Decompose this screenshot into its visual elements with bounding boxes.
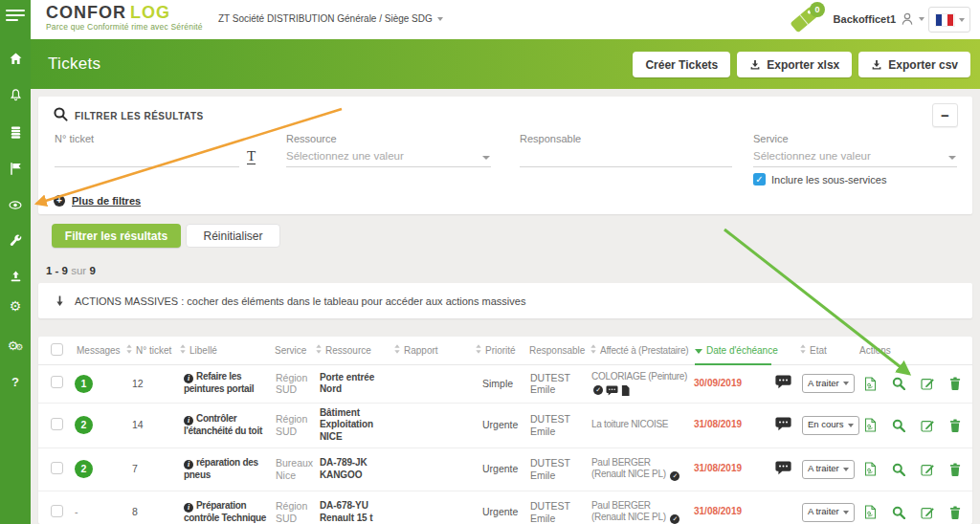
edit-icon[interactable] (921, 463, 934, 476)
export-xlsx-button[interactable]: Exporter xlsx (737, 52, 852, 77)
etat-dropdown[interactable]: A traiter (802, 503, 855, 522)
pdf-icon[interactable] (864, 377, 877, 391)
view-icon[interactable] (892, 506, 905, 519)
row-checkbox[interactable] (51, 505, 63, 517)
more-filters-link[interactable]: + Plus de filtres (54, 195, 141, 207)
col-header-etat[interactable]: Etat (796, 337, 856, 364)
pdf-icon[interactable] (864, 418, 877, 432)
logo-tagline: Parce que Conformité rime avec Sérénité (46, 22, 203, 32)
col-header-responsable: Responsable (524, 337, 588, 364)
database-icon[interactable] (0, 125, 31, 142)
topbar: ConforLOG Parce que Conformité rime avec… (31, 0, 980, 39)
ticket-rapport (392, 448, 461, 491)
home-icon[interactable] (0, 52, 31, 69)
mass-actions-bar: ACTIONS MASSIVES : cocher des éléments d… (38, 283, 972, 318)
search-icon (53, 106, 69, 122)
flag-icon[interactable] (0, 162, 31, 179)
filter-reset-button[interactable]: Réinitialiser (186, 224, 280, 248)
language-selector[interactable] (928, 7, 970, 33)
create-tickets-button[interactable]: Créer Tickets (633, 52, 730, 77)
ticket-responsable: DUTEST Emile (524, 491, 588, 524)
select-all-checkbox[interactable] (38, 337, 71, 364)
col-header-date[interactable]: Date d'échéance (691, 337, 769, 364)
chevron-down-icon (437, 17, 443, 21)
message-bubble-icon[interactable] (775, 461, 791, 475)
info-icon: i (184, 374, 193, 383)
col-header-priorite[interactable]: Priorité (461, 337, 524, 364)
tickets-shortcut-button[interactable]: 0 (788, 1, 826, 37)
ticket-row: 112iRefaire les peintures portailRégion … (38, 364, 972, 403)
collapse-filter-button[interactable]: − (932, 103, 958, 127)
etat-dropdown[interactable]: En cours (802, 416, 859, 435)
help-icon[interactable]: ? (0, 375, 31, 389)
ticket-message-cell (769, 364, 796, 403)
user-menu[interactable]: Backofficet1 (834, 10, 924, 29)
responsable-input[interactable] (520, 150, 732, 167)
app-logo[interactable]: ConforLOG Parce que Conformité rime avec… (46, 3, 203, 32)
page-banner: Tickets Créer Tickets Exporter xlsx Expo… (31, 39, 980, 89)
speech-bubble-icon (606, 385, 618, 396)
ticket-responsable: DUTEST Emile (524, 364, 588, 403)
message-bubble-icon[interactable] (775, 375, 791, 389)
col-header-messages: Messages (71, 337, 121, 364)
row-checkbox[interactable] (51, 418, 63, 430)
delete-icon[interactable] (949, 506, 961, 519)
service-select[interactable] (753, 150, 957, 167)
french-flag-icon (935, 13, 955, 27)
arrow-down-icon (55, 295, 65, 307)
person-icon (900, 11, 915, 27)
delete-icon[interactable] (949, 463, 961, 476)
ticket-number-input[interactable] (55, 150, 239, 167)
company-selector[interactable]: ZT Société DISTRIBUTION Générale / Siège… (218, 13, 443, 24)
ticket-number: 8 (121, 491, 176, 524)
message-bubble-icon[interactable] (775, 417, 791, 431)
pdf-icon[interactable] (864, 505, 877, 519)
mass-actions-label: ACTIONS MASSIVES : cocher des éléments d… (75, 295, 525, 307)
user-name: Backofficet1 (834, 13, 896, 25)
ticket-ressource: DA-789-JK KANGOO (314, 448, 392, 491)
ticket-actions-cell (856, 364, 972, 403)
ticket-actions-cell (856, 403, 972, 448)
user-chevron-icon (919, 17, 924, 21)
ticket-rapport (392, 491, 461, 524)
delete-icon[interactable] (949, 377, 961, 390)
row-checkbox[interactable] (51, 462, 63, 474)
ressource-select[interactable] (286, 150, 491, 167)
edit-icon[interactable] (921, 419, 934, 432)
col-header-ressource[interactable]: Ressource (314, 337, 392, 364)
pdf-icon[interactable] (864, 462, 877, 476)
view-icon[interactable] (892, 419, 905, 432)
edit-icon[interactable] (921, 377, 934, 390)
ticket-date-echeance: 31/08/2019 (691, 448, 769, 491)
ticket-actions-cell (856, 448, 972, 491)
col-header-libelle[interactable]: Libellé (176, 337, 270, 364)
upload-icon[interactable] (0, 270, 31, 287)
wrench-icon[interactable] (0, 233, 31, 251)
logo-accent: LOG (130, 3, 170, 22)
services-gears-icon[interactable]: ⚙⚙ (0, 337, 31, 355)
export-csv-button[interactable]: Exporter csv (858, 52, 970, 77)
eye-icon[interactable] (0, 198, 31, 215)
col-header-affecte[interactable]: Affecté à (Prestataire) (588, 337, 691, 364)
edit-icon[interactable] (921, 506, 934, 519)
settings-gear-icon[interactable]: ⚙ (0, 299, 31, 314)
view-icon[interactable] (892, 463, 905, 476)
ticket-service: Bureaux Nice (270, 448, 314, 491)
col-header-rapport[interactable]: Rapport (392, 337, 461, 364)
message-count-badge: 1 (75, 375, 93, 393)
ticket-actions-cell (856, 491, 972, 524)
col-header-ticket[interactable]: N° ticket (121, 337, 176, 364)
view-icon[interactable] (892, 377, 905, 390)
ticket-affecte: COLORIAGE (Peinture)✓ (588, 364, 691, 403)
notifications-bell-icon[interactable] (0, 88, 31, 105)
menu-toggle-icon[interactable] (6, 10, 25, 24)
row-checkbox[interactable] (51, 376, 63, 388)
ticket-priorite: Urgente (461, 403, 524, 448)
etat-dropdown[interactable]: A traiter (802, 460, 855, 479)
filter-submit-button[interactable]: Filtrer les résultats (52, 224, 181, 248)
etat-dropdown[interactable]: A traiter (802, 374, 855, 393)
delete-icon[interactable] (949, 419, 961, 432)
ticket-priorite: Urgente (461, 491, 524, 524)
include-subservices-label: Inclure les sous-services (771, 174, 886, 186)
include-subservices-checkbox[interactable]: ✓ (753, 173, 766, 186)
